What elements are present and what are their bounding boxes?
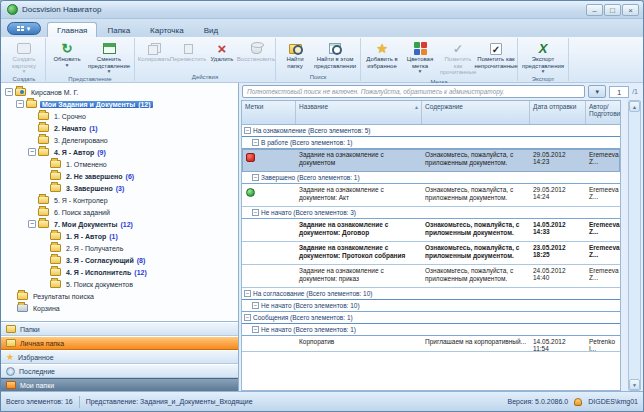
mark-unread-button[interactable]: ✓ Пометить как непрочитанные <box>477 39 515 71</box>
tab-vid[interactable]: Вид <box>194 22 228 37</box>
collapse-icon[interactable]: − <box>244 314 251 321</box>
create-card-icon <box>17 43 31 54</box>
copy-button[interactable]: Копировать <box>137 39 171 65</box>
tree-item[interactable]: 2. Не завершено(6) <box>3 170 238 182</box>
folder-icon <box>50 160 61 168</box>
refresh-button[interactable]: ↻ Обновить ▼ <box>48 39 86 69</box>
status-bar: Всего элементов: 16 Представление: Задан… <box>1 391 643 411</box>
table-row[interactable]: Задание на ознакомление с документом: Пр… <box>242 242 620 265</box>
ribbon-group-actions: Копировать Переместить × Удалить Восстан… <box>135 38 276 81</box>
tree-item[interactable]: 3. Делегировано <box>3 134 238 146</box>
subgroup-row[interactable]: −В работе (Всего элементов: 1) <box>242 137 620 149</box>
tree-item[interactable]: 1. Срочно <box>3 110 238 122</box>
expand-icon[interactable]: − <box>252 302 259 309</box>
find-in-view-icon <box>329 43 341 54</box>
collapse-icon[interactable]: − <box>252 209 259 216</box>
table-row[interactable]: Задание на ознакомление с документом: пр… <box>242 265 620 288</box>
ribbon-tab-bar: ▼ Главная Папка Карточка Вид <box>1 19 643 37</box>
subgroup-row[interactable]: −Завершено (Всего элементов: 1) <box>242 172 620 184</box>
search-scope-dropdown[interactable]: ▼ <box>588 85 606 98</box>
search-results-folder-icon <box>17 292 28 300</box>
tree-expander-icon[interactable]: − <box>28 148 36 156</box>
delete-button[interactable]: × Удалить <box>205 39 239 65</box>
tree-item[interactable]: 5. Я - Контролер <box>3 194 238 206</box>
close-button[interactable]: × <box>622 4 639 16</box>
tree-item-root[interactable]: − Кирсанов М. Г. <box>3 86 238 98</box>
tree-item[interactable]: 3. Я - Согласующий(8) <box>3 254 238 266</box>
scroll-down-icon[interactable]: ▼ <box>629 379 640 390</box>
tree-item-my-tasks[interactable]: − Мои Задания и Документы(12) <box>3 98 238 110</box>
tree-item-recycle-bin[interactable]: Корзина <box>3 302 238 314</box>
minimize-button[interactable]: – <box>586 4 603 16</box>
change-view-button[interactable]: Сменить представление ▼ <box>86 39 132 75</box>
tree-item[interactable]: 3. Завершено(3) <box>3 182 238 194</box>
mark-read-button[interactable]: ✓ Пометить как прочитанные <box>439 39 477 78</box>
tree-item[interactable]: 4. Я - Исполнитель(12) <box>3 266 238 278</box>
collapse-icon[interactable]: − <box>252 326 259 333</box>
page-number-input[interactable]: 1 <box>609 86 629 98</box>
tree-expander-icon[interactable]: − <box>28 220 36 228</box>
tree-item[interactable]: 2. Я - Получатель <box>3 242 238 254</box>
column-header-content[interactable]: Содержание <box>422 101 530 124</box>
favorites-star-icon: ★ <box>6 353 14 362</box>
red-label-icon <box>246 153 255 162</box>
column-header-author[interactable]: Автор/ Подготовил <box>586 101 620 124</box>
app-window: Docsvision Навигатор – □ × ▼ Главная Пап… <box>0 0 644 412</box>
column-header-date[interactable]: Дата отправки <box>530 101 586 124</box>
tab-papka[interactable]: Папка <box>97 22 140 37</box>
collapse-icon[interactable]: − <box>244 127 251 134</box>
folder-icon <box>50 268 61 276</box>
table-row[interactable]: Задание на ознакомление с документом: Ак… <box>242 184 620 207</box>
create-card-button[interactable]: Создать карточку ▼ <box>5 39 43 75</box>
find-in-view-button[interactable]: Найти в этом представлении <box>312 39 358 71</box>
tree-item[interactable]: 6. Поиск заданий <box>3 206 238 218</box>
group-row[interactable]: −На согласование (Всего элементов: 10) <box>242 288 620 300</box>
table-row[interactable]: Задание на ознакомление с документом: До… <box>242 219 620 242</box>
tab-glavnaya[interactable]: Главная <box>47 22 97 37</box>
nav-item-folders[interactable]: Папки <box>1 322 238 336</box>
tree-expander-icon[interactable]: − <box>5 88 13 96</box>
subgroup-row[interactable]: −Не начато (Всего элементов: 10) <box>242 300 620 312</box>
table-row[interactable]: Корпоратив Приглашаем на корпоративный..… <box>242 336 620 352</box>
collapse-icon[interactable]: − <box>244 290 251 297</box>
scroll-up-icon[interactable]: ▲ <box>629 101 640 112</box>
add-favorite-button[interactable]: ★ Добавить в избранное <box>363 39 401 71</box>
group-row[interactable]: −На ознакомление (Всего элементов: 5) <box>242 125 620 137</box>
tree-expander-icon[interactable]: − <box>16 100 24 108</box>
collapse-icon[interactable]: − <box>252 174 259 181</box>
application-menu-button[interactable]: ▼ <box>7 22 41 35</box>
color-label-button[interactable]: Цветовая метка ▼ <box>401 39 439 75</box>
nav-item-favorites[interactable]: ★ Избранное <box>1 350 238 364</box>
scrollbar-track[interactable] <box>629 112 640 379</box>
collapse-icon[interactable]: − <box>252 139 259 146</box>
export-view-button[interactable]: X Экспорт представления ▼ <box>520 39 566 75</box>
restore-button[interactable]: Восстановить <box>239 39 273 65</box>
tree-item[interactable]: − 7. Мои Документы(12) <box>3 218 238 230</box>
column-header-name[interactable]: Название▲ <box>296 101 422 124</box>
fulltext-search-input[interactable]: Полнотекстовый поиск не включен. Пожалуй… <box>242 85 585 98</box>
favorite-star-icon: ★ <box>376 43 388 55</box>
column-header-labels[interactable]: Метки <box>242 101 296 124</box>
nav-footer-my-folders[interactable]: Мои папки <box>1 378 238 391</box>
move-button[interactable]: Переместить <box>171 39 205 65</box>
group-row[interactable]: −Сообщения (Всего элементов: 1) <box>242 312 620 324</box>
tab-kartochka[interactable]: Карточка <box>140 22 194 37</box>
subgroup-row[interactable]: −Не начато (Всего элементов: 1) <box>242 324 620 336</box>
move-icon <box>184 44 193 54</box>
nav-item-recent[interactable]: Последние <box>1 364 238 378</box>
tree-item[interactable]: − 4. Я - Автор(9) <box>3 146 238 158</box>
maximize-button[interactable]: □ <box>604 4 621 16</box>
tree-item[interactable]: 1. Отменено <box>3 158 238 170</box>
table-row[interactable]: Задание на ознакомление с документом Озн… <box>242 149 620 172</box>
status-version: Версия: 5.0.2086.0 <box>508 398 569 405</box>
subgroup-row[interactable]: −Не начато (Всего элементов: 3) <box>242 207 620 219</box>
ribbon-group-create: Создать карточку ▼ Создать <box>3 38 46 81</box>
ribbon-group-view: ↻ Обновить ▼ Сменить представление ▼ Пре… <box>46 38 135 81</box>
find-folder-button[interactable]: Найти папку <box>278 39 312 71</box>
tree-item-search-results[interactable]: Результаты поиска <box>3 290 238 302</box>
tree-item[interactable]: 5. Поиск документов <box>3 278 238 290</box>
tree-item[interactable]: 1. Я - Автор(1) <box>3 230 238 242</box>
nav-item-personal-folder[interactable]: Личная папка <box>1 336 238 350</box>
tree-item[interactable]: 2. Начато(1) <box>3 122 238 134</box>
vertical-scrollbar[interactable]: ▲ ▼ <box>628 100 641 391</box>
